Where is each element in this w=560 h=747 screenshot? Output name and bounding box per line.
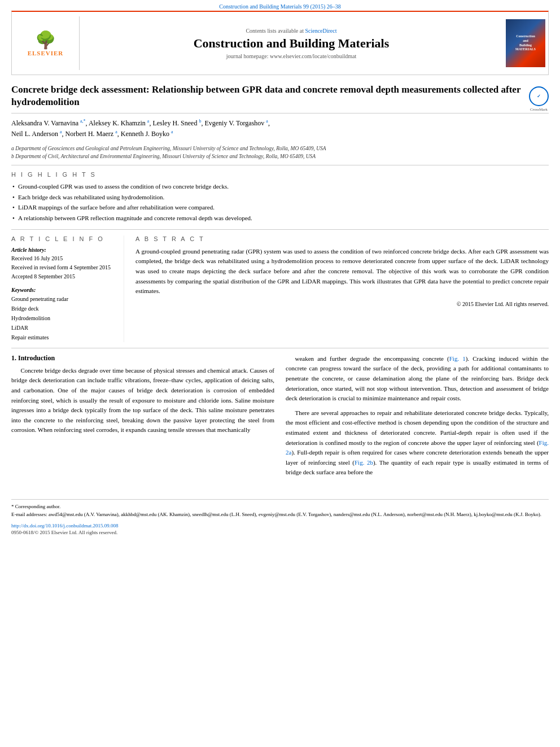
elsevier-logo-area: 🌳 ELSEVIER [12,16,80,70]
copyright-line: © 2015 Elsevier Ltd. All rights reserved… [135,301,549,307]
paper-title-section: Concrete bridge deck assessment: Relatio… [11,75,549,113]
article-info-col: A R T I C L E I N F O Article history: R… [11,235,124,342]
journal-cover-area: ConstructionandBuildingMATERIALS [503,16,548,70]
paper-title: Concrete bridge deck assessment: Relatio… [11,84,529,108]
journal-title: Construction and Building Materials [194,36,390,51]
body-section: 1. Introduction Concrete bridge decks de… [11,348,549,488]
revised-date: Received in revised form 4 September 201… [11,263,115,272]
intro-para-left: Concrete bridge decks degrade over time … [11,366,274,435]
journal-header-center: Contents lists available at ScienceDirec… [80,16,503,70]
authors-section: Aleksandra V. Varnavina a,*, Aleksey K. … [11,113,549,142]
highlight-3: LiDAR mappings of the surface before and… [11,202,549,213]
tree-icon: 🌳 [28,30,64,50]
introduction-two-col: 1. Introduction Concrete bridge decks de… [11,354,549,482]
article-history-label: Article history: [11,247,115,253]
contents-text: Contents lists available at [246,28,303,34]
crossmark-badge[interactable]: ✓ CrossMark [529,86,549,106]
sciencedirect-link[interactable]: ScienceDirect [305,28,336,34]
intro-col-left: 1. Introduction Concrete bridge decks de… [11,354,274,482]
article-info-abstract-section: A R T I C L E I N F O Article history: R… [11,230,549,348]
fig2a-link[interactable]: Fig. 2a [286,439,549,456]
keyword-1: Ground penetrating radar [11,294,115,304]
footnote-section: * Corresponding author. E-mail addresses… [11,499,549,519]
fig2b-link[interactable]: Fig. 2b [355,459,373,466]
highlights-label: H I G H L I G H T S [11,171,549,178]
corresponding-author-note: * Corresponding author. [11,503,549,510]
elsevier-logo: 🌳 ELSEVIER [28,30,64,56]
intro-text-left: Concrete bridge decks degrade over time … [11,366,274,435]
highlight-2: Each bridge deck was rehabilitated using… [11,192,549,203]
article-info-label: A R T I C L E I N F O [11,235,115,242]
email-footnote: E-mail addresses: awd54@mst.edu (A.V. Va… [11,510,549,518]
abstract-label: A B S T R A C T [135,235,549,242]
cover-text: ConstructionandBuildingMATERIALS [515,34,536,52]
elsevier-text: ELSEVIER [28,50,64,56]
authors-line: Aleksandra V. Varnavina a,*, Aleksey K. … [11,118,549,139]
keyword-2: Bridge deck [11,304,115,313]
doi-link[interactable]: http://dx.doi.org/10.1016/j.conbuildmat.… [11,521,549,530]
keyword-5: Repair estimates [11,333,115,342]
intro-heading: 1. Introduction [11,354,274,362]
doi-section: http://dx.doi.org/10.1016/j.conbuildmat.… [11,519,549,538]
received-date: Received 16 July 2015 [11,254,115,263]
intro-text-right: weaken and further degrade the encompass… [286,354,549,478]
content-area: Concrete bridge deck assessment: Relatio… [11,75,549,538]
keywords-label: Keywords: [11,287,115,293]
contents-available-line: Contents lists available at ScienceDirec… [246,28,336,34]
abstract-col: A B S T R A C T A ground-coupled ground … [124,235,549,342]
highlight-1: Ground-coupled GPR was used to assess th… [11,181,549,192]
authors-text-2: Neil L. Anderson a, Norbert H. Maerz a, … [11,130,173,138]
fig1-link[interactable]: Fig. 1 [449,355,466,362]
affiliations-section: a Department of Geosciences and Geologic… [11,142,549,166]
highlight-4: A relationship between GPR reflection ma… [11,213,549,224]
affiliation-b: b Department of Civil, Architectural and… [11,152,549,160]
journal-reference: Construction and Building Materials 99 (… [0,0,560,11]
journal-ref-text: Construction and Building Materials 99 (… [219,3,341,10]
keyword-4: LiDAR [11,323,115,333]
keyword-3: Hydrodemolition [11,313,115,323]
journal-homepage: journal homepage: www.elsevier.com/locat… [226,53,356,59]
intro-para-right-2: There are several approaches to repair a… [286,408,549,478]
accepted-date: Accepted 8 September 2015 [11,272,115,281]
issn-line: 0950-0618/© 2015 Elsevier Ltd. All right… [11,530,549,535]
crossmark-circle: ✓ [529,86,549,106]
journal-cover-image: ConstructionandBuildingMATERIALS [506,19,545,67]
intro-para-right-1: weaken and further degrade the encompass… [286,354,549,404]
doi-url[interactable]: http://dx.doi.org/10.1016/j.conbuildmat.… [11,523,119,528]
abstract-text: A ground-coupled ground penetrating rada… [135,247,549,296]
affiliation-a: a Department of Geosciences and Geologic… [11,145,549,152]
crossmark-icon: ✓ [537,94,541,99]
intro-col-right: weaken and further degrade the encompass… [286,354,549,482]
crossmark-label: CrossMark [529,107,549,112]
highlights-section: H I G H L I G H T S Ground-coupled GPR w… [11,165,549,230]
journal-header: 🌳 ELSEVIER Contents lists available at S… [11,11,549,75]
authors-text: Aleksandra V. Varnavina a,*, Aleksey K. … [11,119,270,127]
